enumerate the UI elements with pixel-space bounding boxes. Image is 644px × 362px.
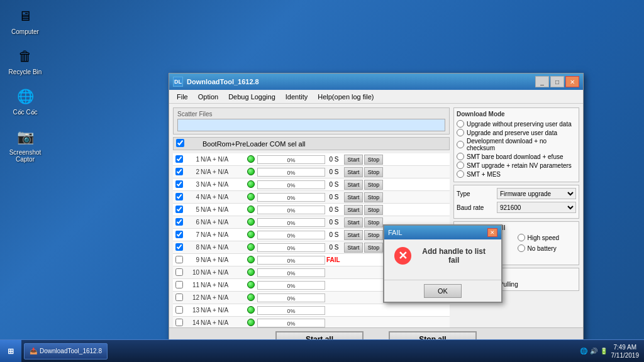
start-btn-8[interactable]: Start bbox=[344, 243, 363, 253]
desktop-icon-cococ[interactable]: 🌐 Cốc Cốc bbox=[6, 87, 44, 116]
checkbox-row-4[interactable] bbox=[175, 193, 183, 200]
green-status-dot bbox=[247, 193, 255, 200]
row-dot-7 bbox=[245, 231, 257, 239]
checkbox-row-7[interactable] bbox=[175, 231, 183, 238]
row-name-6: N/A + N/A bbox=[201, 219, 245, 226]
checkbox-row-9[interactable] bbox=[175, 256, 183, 263]
stop-btn-4[interactable]: Stop bbox=[364, 192, 383, 202]
row-name-10: N/A + N/A bbox=[201, 269, 245, 276]
row-8-check bbox=[175, 243, 187, 252]
row-name-5: N/A + N/A bbox=[201, 206, 245, 213]
menu-help[interactable]: Help(open log file) bbox=[313, 92, 379, 102]
menu-file[interactable]: File bbox=[172, 92, 193, 102]
stop-btn-6[interactable]: Stop bbox=[364, 217, 383, 228]
checkbox-row-3[interactable] bbox=[175, 180, 183, 188]
desktop-icon-computer[interactable]: 🖥 Computer bbox=[6, 6, 44, 35]
modal-ok-button[interactable]: OK bbox=[424, 284, 462, 298]
close-button[interactable]: ✕ bbox=[565, 76, 579, 87]
bootrom-checkbox[interactable] bbox=[176, 139, 184, 147]
modal-body: ✕ Add handle to list fail bbox=[384, 239, 501, 280]
desktop-icon-recycle-bin[interactable]: 🗑 Recycle Bin bbox=[6, 47, 44, 75]
stop-btn-5[interactable]: Stop bbox=[364, 205, 383, 215]
start-button[interactable]: ⊞ bbox=[0, 340, 21, 363]
row-name-11: N/A + N/A bbox=[201, 282, 245, 288]
stop-btn-1[interactable]: Stop bbox=[364, 155, 383, 165]
checkbox-row-11[interactable] bbox=[175, 281, 183, 288]
row-num-1: 1 bbox=[187, 156, 201, 163]
row-name-2: N/A + N/A bbox=[201, 168, 245, 175]
row-bar-7: 0% bbox=[257, 231, 325, 239]
start-btn-4[interactable]: Start bbox=[344, 192, 363, 202]
checkbox-row-5[interactable] bbox=[175, 206, 183, 213]
minimize-button[interactable]: _ bbox=[535, 76, 549, 87]
row-name-3: N/A + N/A bbox=[201, 181, 245, 188]
row-11-check bbox=[175, 281, 187, 290]
stop-btn-7[interactable]: Stop bbox=[364, 230, 383, 240]
start-btn-1[interactable]: Start bbox=[344, 155, 363, 165]
row-2-check bbox=[175, 168, 187, 177]
maximize-button[interactable]: □ bbox=[550, 76, 564, 87]
stop-btn-8[interactable]: Stop bbox=[364, 243, 383, 253]
row-dot-12 bbox=[245, 293, 257, 302]
desktop-icon-screenshot-captor[interactable]: 📷 ScreenshotCaptor bbox=[6, 127, 44, 163]
stop-btn-2[interactable]: Stop bbox=[364, 167, 383, 177]
type-baud-group: Type Firmware upgrade Baud rate 921600 bbox=[453, 185, 579, 219]
modal-close-button[interactable]: ✕ bbox=[487, 228, 497, 237]
row-dot-10 bbox=[245, 268, 257, 277]
volume-icon: 🔊 bbox=[590, 348, 597, 354]
baud-select[interactable]: 921600 bbox=[497, 202, 576, 213]
row-5-check bbox=[175, 206, 187, 214]
start-btn-3[interactable]: Start bbox=[344, 180, 363, 190]
row-size-7: 0 S bbox=[325, 231, 343, 238]
menubar: File Option Debug Logging Identity Help(… bbox=[169, 90, 583, 104]
row-dot-5 bbox=[245, 206, 257, 214]
row-bar-9: 0% bbox=[257, 256, 325, 265]
green-status-dot bbox=[247, 256, 255, 263]
type-select[interactable]: Firmware upgrade bbox=[497, 188, 576, 199]
menu-debug-logging[interactable]: Debug Logging bbox=[223, 92, 280, 102]
start-btn-5[interactable]: Start bbox=[344, 205, 363, 215]
taskbar-time: 7:49 AM bbox=[611, 343, 640, 351]
checkbox-row-14[interactable] bbox=[175, 319, 183, 326]
row-dot-4 bbox=[245, 193, 257, 202]
checkbox-row-8[interactable] bbox=[175, 243, 183, 251]
checkbox-row-1[interactable] bbox=[175, 155, 183, 163]
row-num-11: 11 bbox=[187, 282, 201, 288]
start-btn-7[interactable]: Start bbox=[344, 230, 363, 240]
row-3-check bbox=[175, 180, 187, 189]
checkbox-row-6[interactable] bbox=[175, 218, 183, 226]
stop-btn-3[interactable]: Stop bbox=[364, 180, 383, 190]
green-status-dot bbox=[247, 180, 255, 188]
row-num-14: 14 bbox=[187, 319, 201, 326]
row-dot-11 bbox=[245, 281, 257, 290]
row-size-5: 0 S bbox=[325, 206, 343, 213]
menu-identity[interactable]: Identity bbox=[280, 92, 313, 102]
taskbar-download-tool[interactable]: 📥 DownloadTool_1612.8 bbox=[24, 343, 108, 359]
row-name-9: N/A + N/A bbox=[201, 256, 245, 263]
type-label: Type bbox=[457, 190, 494, 197]
menu-option[interactable]: Option bbox=[193, 92, 223, 102]
checkbox-row-12[interactable] bbox=[175, 293, 183, 301]
scatter-label: Scatter Files bbox=[177, 111, 445, 118]
green-status-dot bbox=[247, 206, 255, 213]
row-dot-14 bbox=[245, 319, 257, 327]
radio-upgrade-preserve: Upgrade and preserve user data bbox=[457, 129, 576, 136]
row-name-14: N/A + N/A bbox=[201, 319, 245, 326]
row-10-check bbox=[175, 268, 187, 277]
row-dot-8 bbox=[245, 243, 257, 252]
radio-dev-download: Development download + no checksum bbox=[457, 138, 576, 151]
network-icon: 🌐 bbox=[580, 348, 587, 354]
checkbox-row-10[interactable] bbox=[175, 268, 183, 276]
checkbox-row-13[interactable] bbox=[175, 306, 183, 314]
row-num-4: 4 bbox=[187, 194, 201, 200]
checkbox-row-2[interactable] bbox=[175, 168, 183, 175]
start-btn-2[interactable]: Start bbox=[344, 167, 363, 177]
radio-smt-mes: SMT + MES bbox=[457, 170, 576, 178]
taskbar-date: 7/11/2019 bbox=[611, 351, 640, 359]
row-name-7: N/A + N/A bbox=[201, 231, 245, 238]
start-btn-6[interactable]: Start bbox=[344, 217, 363, 228]
green-status-dot bbox=[247, 306, 255, 314]
green-status-dot bbox=[247, 155, 255, 163]
scatter-path-input[interactable]: C:\Users\Administrator\Downloads\[up_vnR… bbox=[177, 119, 445, 131]
modal-title: FAIL bbox=[388, 229, 402, 236]
